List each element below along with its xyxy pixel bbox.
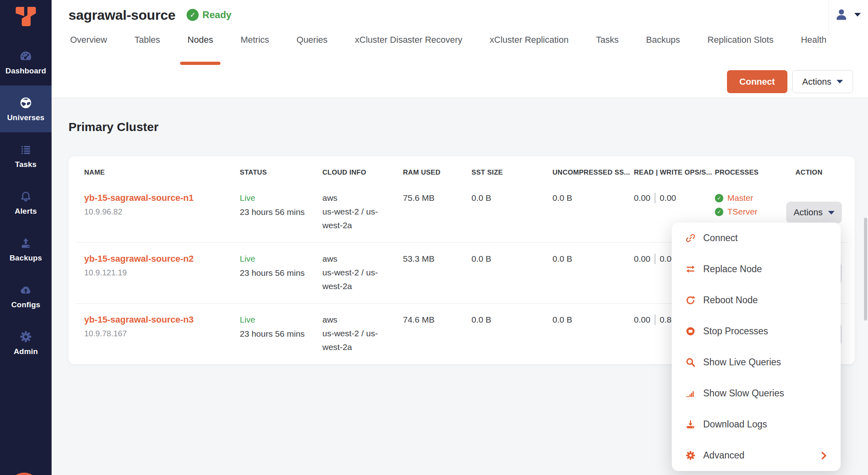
yugabyte-logo-icon xyxy=(0,6,52,27)
universe-header: sagrawal-source ✓ Ready xyxy=(52,0,868,30)
menu-item-show-slow-queries[interactable]: Show Slow Queries xyxy=(672,378,841,409)
bell-icon xyxy=(19,190,33,203)
menu-item-advanced[interactable]: Advanced xyxy=(672,440,841,471)
read-ops: 0.00 xyxy=(634,191,650,205)
sidebar-item-tasks[interactable]: Tasks xyxy=(0,132,52,179)
sidebar-item-configs[interactable]: Configs xyxy=(0,273,52,319)
sidebar-item-label: Dashboard xyxy=(5,67,46,75)
column-header-sst-size[interactable]: SST SIZE xyxy=(471,169,552,177)
sidebar-item-dashboard[interactable]: Dashboard xyxy=(0,39,52,85)
column-header-ram-used[interactable]: RAM USED xyxy=(403,169,471,177)
tab-metrics[interactable]: Metrics xyxy=(241,35,269,65)
ram-used: 74.6 MB xyxy=(403,313,471,327)
gear-icon xyxy=(685,450,696,461)
tab-tables[interactable]: Tables xyxy=(135,35,160,65)
node-status: Live xyxy=(240,191,322,205)
cloud-region: us-west-2 / us- xyxy=(322,266,403,279)
sidebar-nav: Dashboard Universes Tasks Alerts xyxy=(0,39,52,366)
globe-icon xyxy=(19,96,33,110)
process-master: ✓ Master xyxy=(715,191,795,205)
sidebar-item-label: Admin xyxy=(14,347,38,356)
sidebar: Dashboard Universes Tasks Alerts xyxy=(0,0,52,475)
person-icon xyxy=(834,7,849,22)
primary-cluster-heading: Primary Cluster xyxy=(69,120,158,134)
tab-overview[interactable]: Overview xyxy=(70,35,107,65)
menu-item-stop-processes[interactable]: Stop Processes xyxy=(672,316,841,347)
sidebar-item-label: Alerts xyxy=(15,207,37,216)
node-uptime: 23 hours 56 mins xyxy=(240,266,322,280)
node-status: Live xyxy=(240,252,322,266)
actions-label: Actions xyxy=(802,77,831,87)
tab-backups[interactable]: Backups xyxy=(646,35,680,65)
tab-tasks[interactable]: Tasks xyxy=(596,35,619,65)
tab-queries[interactable]: Queries xyxy=(297,35,328,65)
menu-item-reboot-node[interactable]: Reboot Node xyxy=(672,285,841,316)
uncompressed-sst-size: 0.0 B xyxy=(552,252,634,266)
universe-status-badge: ✓ Ready xyxy=(187,9,231,21)
tab-health[interactable]: Health xyxy=(801,35,826,65)
node-actions-menu: Connect Replace Node Reboot Node Stop Pr… xyxy=(672,223,841,471)
upload-drive-icon xyxy=(19,236,33,250)
help-bubble[interactable] xyxy=(9,473,39,475)
tab-xcluster-disaster-recovery[interactable]: xCluster Disaster Recovery xyxy=(355,35,463,65)
tab-xcluster-replication[interactable]: xCluster Replication xyxy=(490,35,569,65)
menu-item-connect[interactable]: Connect xyxy=(672,223,841,254)
menu-item-replace-node[interactable]: Replace Node xyxy=(672,254,841,285)
sidebar-item-backups[interactable]: Backups xyxy=(0,226,52,273)
universe-tabs: Overview Tables Nodes Metrics Queries xC… xyxy=(70,35,826,65)
column-header-processes[interactable]: PROCESSES xyxy=(715,169,795,177)
topbar-divider xyxy=(829,0,829,35)
column-header-cloud-info[interactable]: CLOUD INFO xyxy=(322,169,403,177)
chevron-down-icon xyxy=(837,80,843,83)
ram-used: 75.6 MB xyxy=(403,191,471,205)
node-uptime: 23 hours 56 mins xyxy=(240,327,322,341)
uncompressed-sst-size: 0.0 B xyxy=(552,191,634,205)
column-header-uncompressed-sst[interactable]: UNCOMPRESSED SS... xyxy=(552,169,634,177)
connect-button[interactable]: Connect xyxy=(727,70,787,93)
task-list-icon xyxy=(19,143,33,156)
node-name-link[interactable]: yb-15-sagrawal-source-n2 xyxy=(84,252,240,266)
column-header-status[interactable]: STATUS xyxy=(240,169,322,177)
tab-nodes[interactable]: Nodes xyxy=(187,35,213,65)
node-ip: 10.9.78.167 xyxy=(84,327,240,341)
ops-divider xyxy=(655,254,655,264)
chevron-down-icon xyxy=(828,211,835,215)
universe-title: sagrawal-source xyxy=(69,7,175,23)
menu-item-show-live-queries[interactable]: Show Live Queries xyxy=(672,347,841,378)
node-name-link[interactable]: yb-15-sagrawal-source-n1 xyxy=(84,191,240,205)
column-header-read-write-ops[interactable]: READ | WRITE OPS/S... xyxy=(634,169,715,177)
read-write-ops: 0.00 0.00 xyxy=(634,191,715,205)
universe-actions-dropdown-button[interactable]: Actions xyxy=(792,70,853,93)
sst-size: 0.0 B xyxy=(471,191,552,205)
column-header-action: ACTION xyxy=(795,169,842,177)
cloud-provider: aws xyxy=(322,191,403,205)
chevron-down-icon xyxy=(854,13,861,17)
column-header-name[interactable]: NAME xyxy=(84,169,240,177)
read-ops: 0.00 xyxy=(634,252,650,266)
sidebar-item-label: Tasks xyxy=(15,160,36,169)
node-status: Live xyxy=(240,313,322,327)
user-menu-button[interactable] xyxy=(834,7,861,22)
check-circle-icon: ✓ xyxy=(187,9,199,21)
sidebar-item-universes[interactable]: Universes xyxy=(0,85,52,132)
cloud-zone: west-2a xyxy=(322,279,403,293)
cloud-region: us-west-2 / us- xyxy=(322,327,403,340)
sidebar-item-admin[interactable]: Admin xyxy=(0,319,52,366)
tab-replication-slots[interactable]: Replication Slots xyxy=(708,35,774,65)
cloud-provider: aws xyxy=(322,252,403,266)
cloud-upload-icon xyxy=(19,283,33,297)
sidebar-item-alerts[interactable]: Alerts xyxy=(0,179,52,226)
ops-divider xyxy=(655,315,655,325)
sidebar-item-label: Backups xyxy=(10,254,42,262)
node-actions-dropdown-button[interactable]: Actions xyxy=(786,202,842,223)
node-name-link[interactable]: yb-15-sagrawal-source-n3 xyxy=(84,313,240,327)
reboot-icon xyxy=(685,295,696,306)
menu-item-download-logs[interactable]: Download Logs xyxy=(672,409,841,440)
ops-divider xyxy=(655,193,655,203)
scrollbar-thumb[interactable] xyxy=(864,218,867,321)
gauge-icon xyxy=(19,49,33,63)
cloud-provider: aws xyxy=(322,313,403,327)
cloud-region: us-west-2 / us- xyxy=(322,205,403,219)
universe-action-buttons: Connect Actions xyxy=(727,70,853,93)
bar-chart-icon xyxy=(685,388,696,399)
